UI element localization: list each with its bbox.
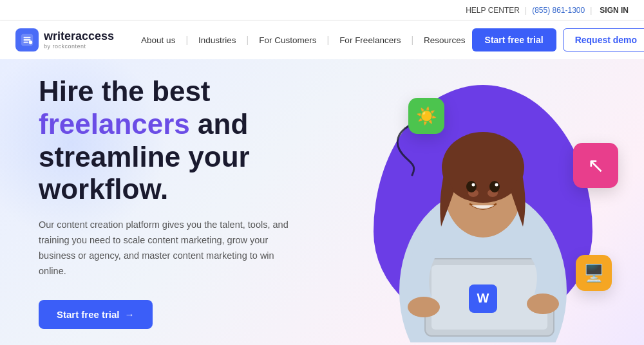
nav-industries[interactable]: Industries xyxy=(192,32,243,49)
logo-brand-name: writeraccess xyxy=(44,30,114,43)
nav-sep-2: | xyxy=(247,35,249,45)
svg-point-10 xyxy=(472,183,475,187)
float-card-orange: 🖥️ xyxy=(576,255,612,291)
hero-title-highlight: freelancers xyxy=(39,108,190,140)
nav-links: About us | Industries | For Customers | … xyxy=(135,32,471,49)
svg-point-9 xyxy=(489,181,500,192)
hero-image-area: W ☀️ ↖ 🖥️ xyxy=(322,66,631,342)
logo-icon xyxy=(15,28,39,51)
nav-actions: Start free trial Request demo 🌐 EN xyxy=(472,28,644,51)
hero-person-image: W xyxy=(367,72,599,342)
svg-point-11 xyxy=(495,183,498,187)
svg-point-16 xyxy=(408,297,440,317)
hero-content: Hire the best freelancers and streamline… xyxy=(0,75,335,328)
divider-2: | xyxy=(590,6,592,15)
hero-title-line3: streamline your xyxy=(39,141,250,172)
nav-resources[interactable]: Resources xyxy=(417,32,472,49)
float-card-green: ☀️ xyxy=(408,98,444,134)
top-bar: HELP CENTER | (855) 861-1300 | SIGN IN xyxy=(0,0,644,21)
sign-in-link[interactable]: SIGN IN xyxy=(600,6,629,15)
cursor-icon: ↖ xyxy=(587,153,605,178)
divider-1: | xyxy=(525,6,527,15)
float-card-pink: ↖ xyxy=(573,143,618,188)
phone-number[interactable]: (855) 861-1300 xyxy=(532,6,585,15)
nav-sep-1: | xyxy=(185,35,188,45)
hero-cta-arrow: → xyxy=(125,309,135,320)
sun-icon: ☀️ xyxy=(416,106,437,126)
nav-for-freelancers[interactable]: For Freelancers xyxy=(333,32,407,49)
hero-title-line1: Hire the best xyxy=(39,75,211,107)
hero-cta-label: Start free trial xyxy=(57,309,120,320)
logo[interactable]: writeraccess by rockcontent xyxy=(15,28,114,51)
nav-sep-4: | xyxy=(411,35,413,45)
svg-text:W: W xyxy=(477,291,489,305)
nav-sep-3: | xyxy=(327,35,329,45)
nav-request-demo-button[interactable]: Request demo xyxy=(563,28,644,51)
hero-cta-button[interactable]: Start free trial → xyxy=(39,300,153,329)
hero-section: Hire the best freelancers and streamline… xyxy=(0,59,644,345)
hero-title-line4: workflow. xyxy=(39,173,168,205)
svg-point-8 xyxy=(466,181,477,192)
hero-title: Hire the best freelancers and streamline… xyxy=(39,75,296,205)
nav-for-customers[interactable]: For Customers xyxy=(252,32,323,49)
hero-description: Our content creation platform gives you … xyxy=(39,218,296,279)
nav-start-trial-button[interactable]: Start free trial xyxy=(472,28,556,51)
logo-text: writeraccess by rockcontent xyxy=(44,30,114,50)
svg-point-17 xyxy=(527,294,559,314)
help-center-label: HELP CENTER xyxy=(466,6,520,15)
nav-about[interactable]: About us xyxy=(135,32,182,49)
main-nav: writeraccess by rockcontent About us | I… xyxy=(0,21,644,59)
svg-point-1 xyxy=(29,41,33,44)
monitor-icon: 🖥️ xyxy=(583,263,604,283)
hero-title-and: and xyxy=(198,108,248,140)
logo-sub-label: by rockcontent xyxy=(44,43,114,50)
